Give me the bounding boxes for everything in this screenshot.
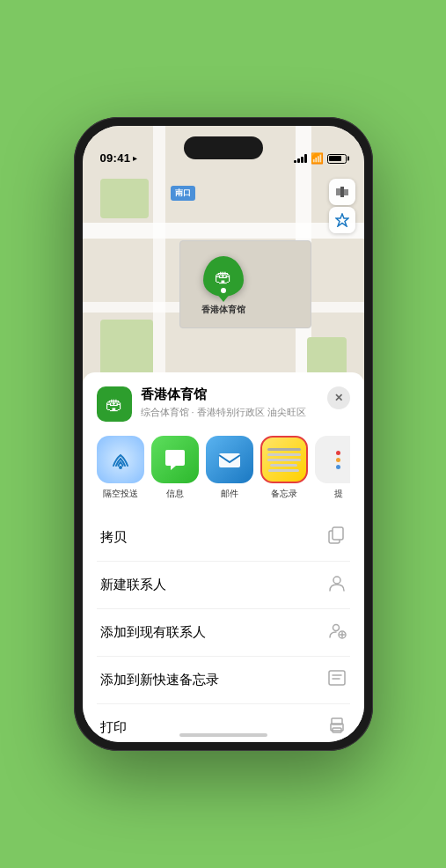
mail-label: 邮件 (221, 488, 238, 500)
location-icon: ▸ (133, 153, 137, 163)
venue-subtitle: 综合体育馆 · 香港特别行政区 油尖旺区 (141, 406, 306, 419)
stadium-icon: 🏟 (215, 268, 232, 285)
quick-note-icon (327, 668, 347, 692)
venue-header: 🏟 香港体育馆 综合体育馆 · 香港特别行政区 油尖旺区 ✕ (97, 386, 350, 422)
venue-info: 香港体育馆 综合体育馆 · 香港特别行政区 油尖旺区 (141, 386, 306, 419)
airdrop-icon (97, 436, 144, 483)
signal-bars-icon (294, 154, 307, 163)
map-stadium-block (179, 240, 311, 328)
location-button[interactable] (329, 207, 355, 233)
notes-icon (260, 436, 308, 483)
share-app-icons-row: 隔空投送 信息 (97, 436, 350, 500)
messages-label: 信息 (166, 488, 184, 500)
home-indicator (179, 733, 267, 737)
phone-screen: 09:41 ▸ 📶 南口 (83, 126, 364, 742)
action-row-add-contact[interactable]: 添加到现有联系人 (97, 609, 350, 657)
svg-rect-6 (333, 527, 343, 540)
battery-icon (327, 154, 347, 164)
add-contact-icon (327, 621, 347, 644)
airdrop-label: 隔空投送 (103, 488, 138, 500)
map-road-h1 (83, 223, 364, 239)
phone-frame: 09:41 ▸ 📶 南口 (74, 117, 373, 751)
map-entrance-label: 南口 (171, 186, 195, 201)
pin-dot (221, 288, 226, 293)
print-icon (327, 716, 347, 739)
map-controls (329, 179, 355, 233)
svg-rect-10 (329, 671, 345, 685)
map-type-button[interactable] (329, 179, 355, 205)
svg-rect-0 (336, 188, 340, 195)
messages-icon (151, 436, 199, 483)
dynamic-island (184, 136, 263, 159)
print-label: 打印 (100, 719, 127, 736)
more-icon-item[interactable]: 提 (315, 436, 350, 500)
action-row-copy[interactable]: 拷贝 (97, 514, 350, 562)
more-label: 提 (334, 488, 343, 500)
svg-point-8 (333, 625, 339, 631)
svg-rect-4 (219, 453, 240, 467)
mail-icon (206, 436, 253, 483)
bottom-sheet: 🏟 香港体育馆 综合体育馆 · 香港特别行政区 油尖旺区 ✕ (83, 372, 364, 742)
map-green-area-1 (100, 179, 149, 218)
close-button[interactable]: ✕ (327, 386, 350, 409)
action-row-new-contact[interactable]: 新建联系人 (97, 562, 350, 609)
svg-rect-2 (344, 189, 348, 195)
pin-label: 香港体育馆 (201, 304, 245, 316)
venue-stadium-icon: 🏟 (106, 394, 123, 415)
venue-title: 香港体育馆 (141, 386, 306, 403)
venue-icon: 🏟 (97, 386, 132, 422)
action-row-quick-note[interactable]: 添加到新快速备忘录 (97, 657, 350, 704)
svg-point-3 (119, 466, 122, 469)
notes-label: 备忘录 (271, 488, 297, 500)
messages-icon-item[interactable]: 信息 (151, 436, 199, 500)
copy-label: 拷贝 (100, 529, 127, 546)
quick-note-label: 添加到新快速备忘录 (100, 672, 219, 688)
add-contact-label: 添加到现有联系人 (100, 624, 206, 641)
copy-icon (327, 526, 347, 549)
more-icon (315, 436, 350, 483)
svg-rect-1 (340, 187, 344, 197)
notes-icon-item[interactable]: 备忘录 (260, 436, 308, 500)
stadium-pin[interactable]: 🏟 香港体育馆 (201, 256, 245, 316)
wifi-icon: 📶 (311, 152, 324, 165)
new-contact-label: 新建联系人 (100, 577, 166, 593)
status-time: 09:41 (100, 151, 131, 165)
pin-circle: 🏟 (203, 256, 244, 297)
airdrop-icon-item[interactable]: 隔空投送 (97, 436, 144, 500)
mail-icon-item[interactable]: 邮件 (206, 436, 253, 500)
new-contact-icon (327, 573, 347, 597)
svg-point-7 (333, 577, 340, 584)
status-icons: 📶 (294, 152, 347, 165)
